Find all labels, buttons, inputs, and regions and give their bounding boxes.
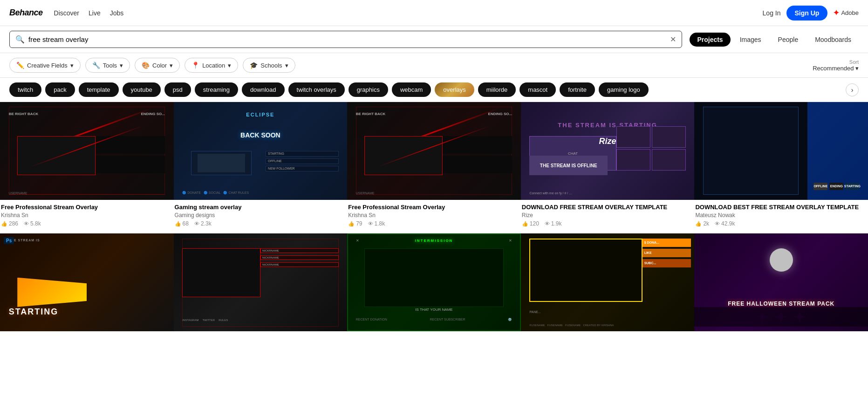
gallery-row-2: Ps STARTING THE STREAM IS NICKRNAME NICK…	[0, 233, 868, 343]
gallery-info-5: DOWNLOAD BEST FREE STREAM OVERLAY TEMPLA…	[694, 200, 868, 234]
likes-3: 👍 79	[348, 220, 362, 227]
header: Behance Discover Live Jobs Log In Sign U…	[0, 0, 868, 26]
tag-pack[interactable]: pack	[45, 82, 75, 97]
gallery-title-4: DOWNLOAD FREE STREAM OVERLAY TEMPLATE	[522, 204, 694, 212]
creative-fields-icon: ✏️	[16, 62, 24, 69]
gallery-row-1: BE RIGHT BACK ENDING SO... USERNAME Free…	[0, 102, 868, 233]
nav-live[interactable]: Live	[89, 9, 101, 17]
behance-logo[interactable]: Behance	[9, 8, 43, 18]
tag-youtube[interactable]: youtube	[123, 82, 161, 97]
gallery-item-6[interactable]: Ps STARTING THE STREAM IS	[0, 233, 174, 343]
tools-icon: 🔧	[92, 62, 100, 69]
sort-container[interactable]: Sort Recommended ▾	[813, 59, 859, 72]
search-input[interactable]	[28, 35, 666, 43]
tag-overlays[interactable]: overlays	[435, 82, 474, 97]
filter-bar: ✏️ Creative Fields ▾ 🔧 Tools ▾ 🎨 Color ▾…	[0, 53, 868, 78]
chevron-down-icon: ▾	[170, 62, 173, 69]
gallery-item-9[interactable]: $ DONA... LIKE SUBC... FUSENAMEFUSENAMEF…	[521, 233, 695, 343]
tag-download[interactable]: download	[242, 82, 285, 97]
nav-discover[interactable]: Discover	[54, 9, 79, 17]
chevron-down-icon: ▾	[228, 62, 231, 69]
tag-template[interactable]: template	[79, 82, 119, 97]
thumbnail-9: $ DONA... LIKE SUBC... FUSENAMEFUSENAMEF…	[521, 233, 695, 331]
ps-badge: Ps	[4, 237, 14, 244]
tag-streaming[interactable]: streaming	[195, 82, 238, 97]
gallery-stats-3: 👍 79 👁 1.8k	[348, 220, 520, 227]
gallery-item-8[interactable]: INTERMISSION ✕ ✕ IS THAT YOUR NAME RECEN…	[347, 233, 521, 343]
like-icon: 👍	[1, 221, 7, 227]
moon-shape	[770, 248, 793, 272]
chevron-down-icon: ▾	[120, 62, 123, 69]
likes-5: 👍 2k	[695, 220, 709, 227]
gallery-stats-2: 👍 68 👁 2.3k	[175, 220, 347, 227]
tag-miilorde[interactable]: miilorde	[478, 82, 516, 97]
gallery-item-3[interactable]: BE RIGHT BACK ENDING SO... USERNAME Free…	[347, 102, 521, 233]
gallery-title-2: Gaming stream overlay	[175, 204, 347, 212]
gallery-title-5: DOWNLOAD BEST FREE STREAM OVERLAY TEMPLA…	[695, 204, 867, 212]
likes-2: 👍 68	[175, 220, 189, 227]
chevron-down-icon: ▾	[285, 62, 288, 69]
gallery-author-1: Krishna Sn	[1, 212, 173, 219]
like-icon: 👍	[522, 221, 528, 227]
schools-icon: 🎓	[250, 62, 258, 69]
search-icon: 🔍	[15, 35, 25, 44]
gallery-author-2: Gaming designs	[175, 212, 347, 219]
gallery-author-3: Krishna Sn	[348, 212, 520, 219]
view-icon: 👁	[545, 221, 550, 226]
tags-row: twitch pack template youtube psd streami…	[0, 78, 868, 102]
tab-people[interactable]: People	[771, 33, 806, 47]
tag-twitch-overlays[interactable]: twitch overlays	[288, 82, 345, 97]
color-filter[interactable]: 🎨 Color ▾	[135, 58, 180, 73]
gallery-title-1: Free Professional Stream Overlay	[1, 204, 173, 212]
orange-accent	[17, 278, 87, 307]
view-icon: 👁	[368, 221, 373, 226]
gallery-info-6	[0, 331, 174, 343]
views-2: 👁 2.3k	[194, 220, 212, 227]
creative-fields-filter[interactable]: ✏️ Creative Fields ▾	[9, 58, 81, 73]
tools-filter[interactable]: 🔧 Tools ▾	[85, 58, 130, 73]
signup-button[interactable]: Sign Up	[786, 6, 828, 20]
tab-images[interactable]: Images	[732, 33, 769, 47]
gallery-item-4[interactable]: THE STREAM IS STARTING CHAT Rize THE STR…	[521, 102, 695, 233]
location-filter[interactable]: 📍 Location ▾	[185, 58, 238, 73]
nav-jobs[interactable]: Jobs	[110, 9, 124, 17]
tag-webcam[interactable]: webcam	[392, 82, 431, 97]
thumbnail-3: BE RIGHT BACK ENDING SO... USERNAME	[347, 102, 521, 200]
thumbnail-1: BE RIGHT BACK ENDING SO... USERNAME	[0, 102, 174, 200]
gallery-item-7[interactable]: NICKRNAME NICKRNAME NICKRNAME INSTAGRAMT…	[174, 233, 348, 343]
thumbnail-5: OFFLINE ENDING STARTING	[694, 102, 868, 200]
view-icon: 👁	[194, 221, 199, 226]
gallery-item-2[interactable]: ECLIPSE BACK SOON STARTING OFFLINE NEW F…	[174, 102, 348, 233]
gallery-info-3: Free Professional Stream Overlay Krishna…	[347, 200, 521, 234]
gallery-item-10[interactable]: Free Halloween Stream Pack	[694, 233, 868, 343]
views-4: 👁 1.9k	[545, 220, 562, 227]
gallery-author-4: Rize	[522, 212, 694, 219]
tags-next-button[interactable]: ›	[846, 83, 859, 96]
ending-box: ENDING	[829, 183, 843, 190]
tag-graphics[interactable]: graphics	[349, 82, 388, 97]
gallery-info-8	[347, 331, 521, 343]
search-tabs: Projects Images People Moodboards	[690, 33, 859, 47]
thumbnail-4: THE STREAM IS STARTING CHAT Rize THE STR…	[521, 102, 695, 200]
gallery-item-5[interactable]: OFFLINE ENDING STARTING DOWNLOAD BEST FR…	[694, 102, 868, 233]
tag-twitch[interactable]: twitch	[9, 82, 41, 97]
tag-gaming-logo[interactable]: gaming logo	[599, 82, 649, 97]
gallery-stats-5: 👍 2k 👁 42.9k	[695, 220, 867, 227]
login-button[interactable]: Log In	[763, 9, 781, 17]
gallery-item-1[interactable]: BE RIGHT BACK ENDING SO... USERNAME Free…	[0, 102, 174, 233]
thumbnail-7: NICKRNAME NICKRNAME NICKRNAME INSTAGRAMT…	[174, 233, 348, 331]
tag-mascot[interactable]: mascot	[519, 82, 556, 97]
gallery-info-10	[694, 331, 868, 343]
starting-box: STARTING	[845, 183, 859, 190]
clear-icon[interactable]: ✕	[670, 35, 676, 44]
thumbnail-8: INTERMISSION ✕ ✕ IS THAT YOUR NAME RECEN…	[347, 233, 521, 331]
schools-filter[interactable]: 🎓 Schools ▾	[243, 58, 295, 73]
tab-projects[interactable]: Projects	[690, 33, 730, 47]
likes-4: 👍 120	[522, 220, 539, 227]
like-icon: 👍	[348, 221, 355, 227]
view-icon: 👁	[24, 221, 29, 226]
tag-fortnite[interactable]: fortnite	[560, 82, 595, 97]
tab-moodboards[interactable]: Moodboards	[807, 33, 859, 47]
tag-psd[interactable]: psd	[164, 82, 191, 97]
eclipse-text: ECLIPSE	[246, 112, 274, 117]
